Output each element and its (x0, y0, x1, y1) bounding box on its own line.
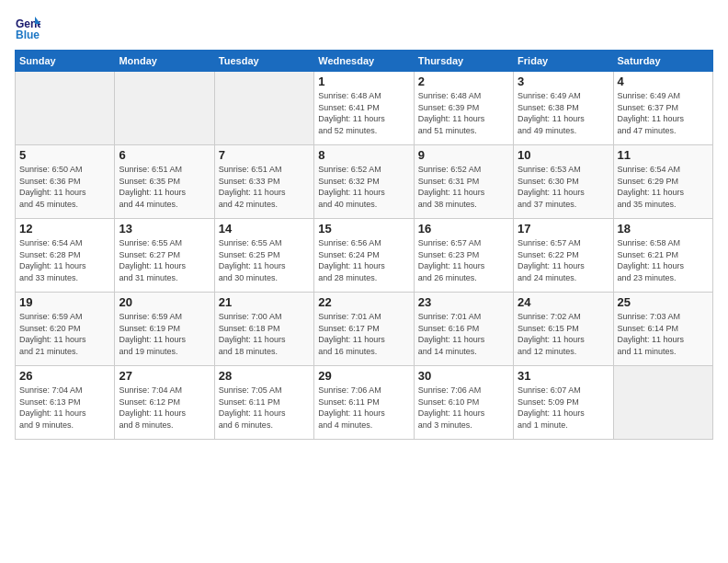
day-number: 31 (518, 369, 609, 383)
header-cell-monday: Monday (115, 51, 214, 72)
day-info: Sunrise: 7:04 AM Sunset: 6:12 PM Dayligh… (119, 385, 210, 431)
header-cell-wednesday: Wednesday (314, 51, 414, 72)
day-number: 23 (418, 295, 509, 309)
day-info: Sunrise: 6:50 AM Sunset: 6:36 PM Dayligh… (19, 164, 110, 210)
day-cell: 6Sunrise: 6:51 AM Sunset: 6:35 PM Daylig… (115, 145, 214, 219)
day-number: 17 (518, 222, 609, 236)
day-number: 18 (618, 222, 709, 236)
day-cell: 1Sunrise: 6:48 AM Sunset: 6:41 PM Daylig… (314, 72, 414, 145)
day-cell: 23Sunrise: 7:01 AM Sunset: 6:16 PM Dayli… (414, 293, 513, 366)
header-cell-saturday: Saturday (613, 51, 712, 72)
day-info: Sunrise: 7:00 AM Sunset: 6:18 PM Dayligh… (219, 311, 310, 357)
logo-icon: General Blue (15, 15, 40, 40)
day-info: Sunrise: 7:03 AM Sunset: 6:14 PM Dayligh… (618, 311, 709, 357)
header-cell-tuesday: Tuesday (214, 51, 313, 72)
day-cell: 2Sunrise: 6:48 AM Sunset: 6:39 PM Daylig… (414, 72, 513, 145)
day-cell: 21Sunrise: 7:00 AM Sunset: 6:18 PM Dayli… (214, 293, 313, 366)
day-info: Sunrise: 6:49 AM Sunset: 6:38 PM Dayligh… (518, 90, 609, 136)
day-cell: 30Sunrise: 7:06 AM Sunset: 6:10 PM Dayli… (414, 366, 513, 440)
day-info: Sunrise: 6:55 AM Sunset: 6:25 PM Dayligh… (219, 237, 310, 283)
day-info: Sunrise: 6:49 AM Sunset: 6:37 PM Dayligh… (618, 90, 709, 136)
day-cell: 31Sunrise: 6:07 AM Sunset: 5:09 PM Dayli… (514, 366, 613, 440)
day-cell: 19Sunrise: 6:59 AM Sunset: 6:20 PM Dayli… (16, 293, 115, 366)
day-number: 27 (119, 369, 210, 383)
day-cell: 28Sunrise: 7:05 AM Sunset: 6:11 PM Dayli… (214, 366, 313, 440)
day-cell: 14Sunrise: 6:55 AM Sunset: 6:25 PM Dayli… (214, 219, 313, 293)
day-number: 6 (119, 148, 210, 162)
day-info: Sunrise: 7:04 AM Sunset: 6:13 PM Dayligh… (19, 385, 110, 431)
header-cell-thursday: Thursday (414, 51, 513, 72)
day-cell: 12Sunrise: 6:54 AM Sunset: 6:28 PM Dayli… (16, 219, 115, 293)
day-info: Sunrise: 6:58 AM Sunset: 6:21 PM Dayligh… (618, 237, 709, 283)
day-info: Sunrise: 7:02 AM Sunset: 6:15 PM Dayligh… (518, 311, 609, 357)
day-cell: 20Sunrise: 6:59 AM Sunset: 6:19 PM Dayli… (115, 293, 214, 366)
day-info: Sunrise: 6:57 AM Sunset: 6:22 PM Dayligh… (518, 237, 609, 283)
day-number: 2 (418, 75, 509, 88)
calendar-table: SundayMondayTuesdayWednesdayThursdayFrid… (15, 50, 713, 440)
day-number: 26 (19, 369, 110, 383)
page-header: General Blue (15, 15, 713, 40)
day-cell: 27Sunrise: 7:04 AM Sunset: 6:12 PM Dayli… (115, 366, 214, 440)
day-info: Sunrise: 6:52 AM Sunset: 6:32 PM Dayligh… (318, 164, 409, 210)
day-number: 19 (19, 295, 110, 309)
day-info: Sunrise: 6:54 AM Sunset: 6:28 PM Dayligh… (19, 237, 110, 283)
day-number: 30 (418, 369, 509, 383)
day-number: 13 (119, 222, 210, 236)
day-info: Sunrise: 6:52 AM Sunset: 6:31 PM Dayligh… (418, 164, 509, 210)
day-info: Sunrise: 6:51 AM Sunset: 6:33 PM Dayligh… (219, 164, 310, 210)
day-info: Sunrise: 7:05 AM Sunset: 6:11 PM Dayligh… (219, 385, 310, 431)
day-number: 28 (219, 369, 310, 383)
day-number: 3 (518, 75, 609, 88)
day-info: Sunrise: 7:06 AM Sunset: 6:11 PM Dayligh… (318, 385, 409, 431)
day-cell: 10Sunrise: 6:53 AM Sunset: 6:30 PM Dayli… (514, 145, 613, 219)
day-info: Sunrise: 6:55 AM Sunset: 6:27 PM Dayligh… (119, 237, 210, 283)
day-info: Sunrise: 6:59 AM Sunset: 6:19 PM Dayligh… (119, 311, 210, 357)
day-cell: 3Sunrise: 6:49 AM Sunset: 6:38 PM Daylig… (514, 72, 613, 145)
svg-text:Blue: Blue (16, 29, 40, 40)
day-cell: 5Sunrise: 6:50 AM Sunset: 6:36 PM Daylig… (16, 145, 115, 219)
week-row-2: 5Sunrise: 6:50 AM Sunset: 6:36 PM Daylig… (16, 145, 713, 219)
day-info: Sunrise: 7:01 AM Sunset: 6:17 PM Dayligh… (318, 311, 409, 357)
day-cell: 29Sunrise: 7:06 AM Sunset: 6:11 PM Dayli… (314, 366, 414, 440)
day-cell: 13Sunrise: 6:55 AM Sunset: 6:27 PM Dayli… (115, 219, 214, 293)
day-number: 9 (418, 148, 509, 162)
day-number: 4 (618, 75, 709, 88)
day-number: 5 (19, 148, 110, 162)
day-number: 24 (518, 295, 609, 309)
day-info: Sunrise: 7:06 AM Sunset: 6:10 PM Dayligh… (418, 385, 509, 431)
day-cell (613, 366, 712, 440)
header-row: SundayMondayTuesdayWednesdayThursdayFrid… (16, 51, 713, 72)
day-number: 7 (219, 148, 310, 162)
day-cell (214, 72, 313, 145)
week-row-5: 26Sunrise: 7:04 AM Sunset: 6:13 PM Dayli… (16, 366, 713, 440)
logo: General Blue (15, 15, 42, 40)
day-number: 14 (219, 222, 310, 236)
day-cell: 8Sunrise: 6:52 AM Sunset: 6:32 PM Daylig… (314, 145, 414, 219)
day-info: Sunrise: 6:53 AM Sunset: 6:30 PM Dayligh… (518, 164, 609, 210)
day-number: 12 (19, 222, 110, 236)
day-number: 25 (618, 295, 709, 309)
day-cell: 17Sunrise: 6:57 AM Sunset: 6:22 PM Dayli… (514, 219, 613, 293)
day-number: 20 (119, 295, 210, 309)
day-cell: 25Sunrise: 7:03 AM Sunset: 6:14 PM Dayli… (613, 293, 712, 366)
day-number: 22 (318, 295, 409, 309)
week-row-4: 19Sunrise: 6:59 AM Sunset: 6:20 PM Dayli… (16, 293, 713, 366)
day-number: 1 (318, 75, 409, 88)
day-cell: 16Sunrise: 6:57 AM Sunset: 6:23 PM Dayli… (414, 219, 513, 293)
day-number: 11 (618, 148, 709, 162)
day-cell: 4Sunrise: 6:49 AM Sunset: 6:37 PM Daylig… (613, 72, 712, 145)
week-row-1: 1Sunrise: 6:48 AM Sunset: 6:41 PM Daylig… (16, 72, 713, 145)
day-info: Sunrise: 6:07 AM Sunset: 5:09 PM Dayligh… (518, 385, 609, 431)
day-cell (115, 72, 214, 145)
day-cell: 22Sunrise: 7:01 AM Sunset: 6:17 PM Dayli… (314, 293, 414, 366)
day-cell: 26Sunrise: 7:04 AM Sunset: 6:13 PM Dayli… (16, 366, 115, 440)
day-info: Sunrise: 6:57 AM Sunset: 6:23 PM Dayligh… (418, 237, 509, 283)
day-cell: 11Sunrise: 6:54 AM Sunset: 6:29 PM Dayli… (613, 145, 712, 219)
day-cell: 9Sunrise: 6:52 AM Sunset: 6:31 PM Daylig… (414, 145, 513, 219)
day-info: Sunrise: 6:48 AM Sunset: 6:41 PM Dayligh… (318, 90, 409, 136)
day-number: 8 (318, 148, 409, 162)
day-number: 10 (518, 148, 609, 162)
day-cell: 18Sunrise: 6:58 AM Sunset: 6:21 PM Dayli… (613, 219, 712, 293)
day-info: Sunrise: 6:59 AM Sunset: 6:20 PM Dayligh… (19, 311, 110, 357)
day-info: Sunrise: 6:56 AM Sunset: 6:24 PM Dayligh… (318, 237, 409, 283)
